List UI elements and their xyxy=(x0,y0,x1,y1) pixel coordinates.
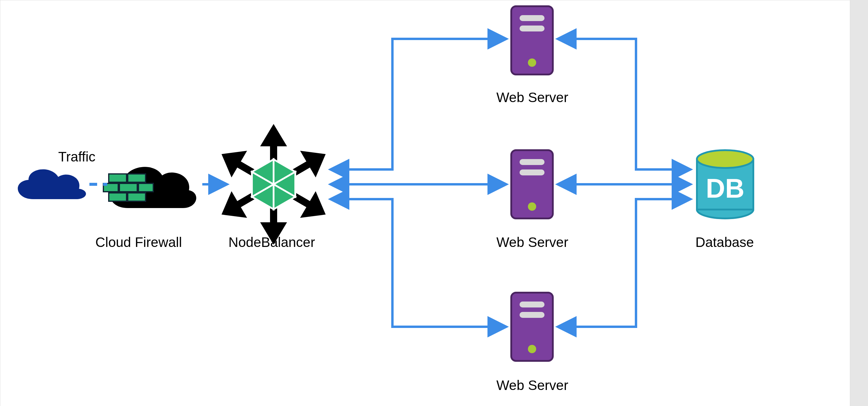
database-icon: DB xyxy=(697,150,753,218)
svg-point-28 xyxy=(528,59,536,67)
svg-rect-1 xyxy=(128,174,146,182)
web-server-bot-label: Web Server xyxy=(496,377,568,393)
svg-rect-6 xyxy=(128,193,146,201)
diagram-svg: DB xyxy=(0,0,850,406)
svg-rect-0 xyxy=(109,174,127,182)
traffic-label: Traffic xyxy=(58,149,95,165)
connector-nb-to-web-bot xyxy=(332,199,505,327)
web-server-mid-icon xyxy=(511,150,553,218)
svg-rect-31 xyxy=(520,169,545,175)
node-balancer-icon xyxy=(227,131,320,238)
svg-point-39 xyxy=(697,150,753,168)
web-server-top-icon xyxy=(511,6,553,74)
node-balancer-label: NodeBalancer xyxy=(228,234,315,250)
cloud-firewall-icon xyxy=(103,167,196,208)
web-server-bot-icon xyxy=(511,293,553,361)
svg-rect-27 xyxy=(520,26,545,31)
svg-rect-26 xyxy=(520,15,545,21)
web-server-top-label: Web Server xyxy=(496,89,568,105)
database-label: Database xyxy=(695,234,754,250)
svg-rect-4 xyxy=(138,183,153,192)
cloud-firewall-label: Cloud Firewall xyxy=(95,234,182,250)
svg-point-32 xyxy=(528,202,536,211)
database-db-text: DB xyxy=(706,174,744,203)
connector-web-bot-to-db xyxy=(559,199,689,327)
svg-rect-30 xyxy=(520,159,545,165)
traffic-cloud-icon xyxy=(18,169,86,199)
svg-rect-3 xyxy=(119,183,137,192)
diagram-canvas: DB Traffic Cloud Firewall NodeBalancer W… xyxy=(0,0,850,406)
web-server-mid-label: Web Server xyxy=(496,234,568,250)
svg-point-36 xyxy=(528,345,536,353)
connector-web-top-to-db xyxy=(559,39,689,169)
svg-rect-34 xyxy=(520,302,545,307)
svg-marker-8 xyxy=(267,131,281,143)
svg-rect-35 xyxy=(520,312,545,318)
svg-rect-5 xyxy=(109,193,127,201)
connector-nb-to-web-top xyxy=(332,39,505,169)
